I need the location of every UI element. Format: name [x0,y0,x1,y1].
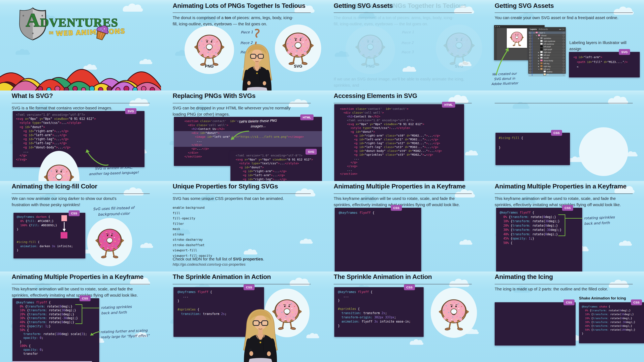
layer-name: right-pupil [544,48,552,50]
target-circle-icon [563,71,564,73]
text-line: SVG can be dropped in your HTML file whe… [173,105,316,111]
layer-name: left-eyebrow [544,43,554,45]
target-circle-icon [563,40,564,42]
layer-name: Sliced [541,34,546,37]
block-bottom-sliver [12,361,92,362]
layer-thumbnail [540,56,543,59]
svg-property: mask [173,226,212,232]
layer-row: ▼Layer 1 [528,31,566,34]
visibility-eye-icon [529,71,531,73]
language-badge: CSS [80,296,90,301]
slide-replacing-pngs: Replacing PNGs With SVGs SVG can be drop… [161,90,322,181]
slide-keyframe-start: Animating Multiple Properties in a Keyfr… [322,181,483,272]
visibility-eye-icon [529,68,531,70]
svg-badge: SVG [306,149,317,155]
visibility-eye-icon [529,38,531,39]
language-badge: CSS [404,284,415,290]
visibility-eye-icon [529,65,531,67]
annotation-text: rotating sprinklesback and forth [584,214,630,226]
target-circle-icon [563,63,564,64]
text-line: sprinkles, effectively imitating what sp… [334,202,478,208]
layer-thumbnail [540,68,543,70]
visibility-eye-icon [529,43,531,45]
annotation-text-1: rotating sprinklesback and forth [101,304,148,316]
artboard-canvas [507,28,527,48]
slide-title: The Sprinkle Animation in Action [334,273,432,281]
annotation-bracket [558,214,565,236]
title-rule [334,193,472,194]
visibility-eye-icon [529,32,531,34]
svg-property: enable-background [173,205,212,211]
layer-row: right-pupil [528,48,566,51]
layer-row: ▶mouth [528,56,566,59]
slide-subtitle: The icing is made up of 2 parts: the out… [495,286,636,292]
visibility-eye-icon [529,60,531,62]
layer-row: left-pupil [528,45,566,48]
target-circle-icon [563,32,564,34]
expand-caret-icon: ▶ [538,51,540,54]
logo-art: ADVENTURES IN WEB ANIMATIONS [0,0,161,90]
donut-figure [431,288,477,338]
code-block: #icing-fill { } [496,133,570,165]
title-rule [12,284,150,284]
layers-panel-header: LayersArtboards▸▸ | ≡ [528,27,566,31]
title-rule [173,193,311,194]
donut-figure [0,147,161,181]
ghost-previous-slide: Animating Lots of PNGs Together Is Tedio… [322,0,483,90]
layer-row: ▶left-leg [528,62,566,65]
expand-caret-icon: ▶ [538,65,540,68]
layer-row: outline [528,70,566,73]
target-circle-icon [563,51,564,53]
presenter-figure [233,40,282,90]
expand-caret-icon: ▼ [536,34,538,37]
slide-title: Replacing PNGs With SVGs [173,92,256,99]
layer-thumbnail [540,65,543,67]
green-arrow [89,331,101,337]
layer-row: ▼Sliced [528,34,566,37]
visibility-eye-icon [529,74,531,76]
svg-property: stroke-dashoffset [173,243,212,248]
slide-title: Animating Multiple Properties in a Keyfr… [12,273,144,281]
layer-name: right-leg [544,65,550,67]
slide-animating-icing: Animating the Icing The icing is made up… [483,272,644,362]
slide-getting-assets: Getting SVG Assets You can create your o… [483,0,644,90]
slide-title: Getting SVG Assets [334,2,393,9]
slide-icing-fill-fade: #icing-fill { } CSS [483,90,644,181]
layer-row: left-eyebrow [528,43,566,45]
slide-title: The Sprinkle Animation in Action [173,273,271,281]
slide-title: Unique Properties for Styling SVGs [173,183,278,190]
slide-accessing-elements: Accessing Elements in SVG <section class… [322,90,483,181]
layer-row: ▶donut-body [528,59,566,62]
layer-name: Layer 1 [539,31,545,34]
slide-getting-assets-fade: Animating Lots of PNGs Together Is Tedio… [322,0,483,90]
html-badge: HTML [300,114,314,120]
layer-thumbnail [540,43,543,45]
layer-row: ▼left-arm [528,68,566,71]
svg-property: fill [173,211,212,216]
title-rule [495,284,633,284]
layer-name: donut-body [544,59,553,62]
target-circle-icon [563,49,564,50]
layer-name: left-eye [544,54,550,56]
visibility-eye-icon [529,35,531,37]
logo-word-in: IN [49,30,54,35]
text-line: This keyframe animation will be used to … [495,195,640,202]
layer-thumbnail [540,62,543,64]
visibility-eye-icon [529,51,531,53]
layer-name: left-pupil [544,45,551,48]
code-block: @keyframes flyoff { ...} #sprinkles { tr… [334,287,424,337]
language-badge: CSS [244,284,254,290]
code-block: <g id="left-arm"> <path id="fill" d="M12… [569,52,640,77]
title-rule [495,193,633,194]
empty-code-block [495,302,576,346]
target-circle-icon [563,74,564,76]
slide-unique-properties: Unique Properties for Styling SVGs SVG h… [161,181,322,272]
text-line: This keyframe animation will be used to … [12,286,156,292]
svg-property: fill-opacity [173,216,212,221]
slide-subtitle: SVG can be dropped in your HTML file whe… [173,105,316,117]
slide-title: Animating the Icing-fill Color [12,183,97,190]
piece-label-1: Piece 1 [241,30,253,34]
layer-row: ▶sprinkles [528,37,566,40]
color-swatch-to [60,232,68,239]
language-badge: CSS [69,210,80,216]
